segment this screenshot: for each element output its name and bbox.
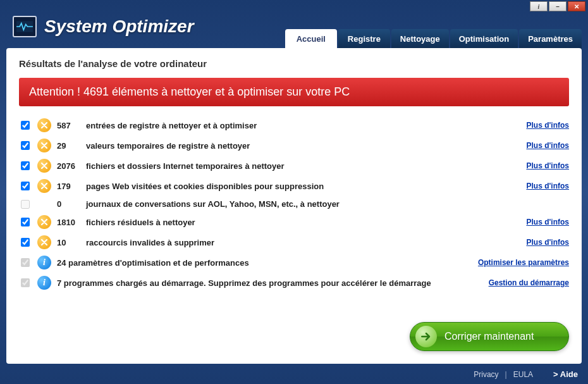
result-row: i7 programmes chargés au démarrage. Supp… <box>19 273 569 293</box>
app-title: System Optimizer <box>44 16 194 37</box>
help-link[interactable]: > Aide <box>553 369 578 379</box>
row-label: fichiers et dossiers Internet temporaire… <box>86 161 526 171</box>
row-checkbox <box>21 278 30 287</box>
scan-results-heading: Résultats de l'analyse de votre ordinate… <box>19 58 569 69</box>
row-checkbox <box>21 200 30 209</box>
row-label: 24 paramètres d'optimisation et de perfo… <box>57 258 478 268</box>
row-more-link[interactable]: Optimiser les paramètres <box>478 258 569 267</box>
warning-icon <box>37 235 51 249</box>
close-button[interactable]: ✕ <box>568 1 585 11</box>
footer: Privacy | EULA > Aide <box>474 369 578 379</box>
row-more-link[interactable]: Plus d'infos <box>526 141 569 150</box>
result-row: 2076fichiers et dossiers Internet tempor… <box>19 156 569 176</box>
row-checkbox[interactable] <box>21 121 30 130</box>
row-label: entrées de registre à nettoyer et à opti… <box>86 121 526 130</box>
result-row: 179pages Web visitées et cookies disponi… <box>19 176 569 196</box>
privacy-link[interactable]: Privacy <box>474 370 498 379</box>
tab-accueil[interactable]: Accueil <box>285 29 337 49</box>
row-more-link[interactable]: Plus d'infos <box>526 161 569 170</box>
fix-now-button[interactable]: Corriger maintenant <box>410 322 569 351</box>
window-controls: i – ✕ <box>530 1 585 11</box>
row-label: raccourcis invalides à supprimer <box>86 238 526 247</box>
info-icon: i <box>37 276 51 290</box>
row-label: pages Web visitées et cookies disponible… <box>86 182 526 191</box>
tab-optimisation[interactable]: Optimisation <box>450 29 518 49</box>
row-count: 179 <box>57 182 86 191</box>
row-label: 7 programmes chargés au démarrage. Suppr… <box>57 278 489 288</box>
result-row: 29valeurs temporaires de registre à nett… <box>19 135 569 156</box>
app-logo-icon <box>13 16 37 37</box>
row-more-link[interactable]: Gestion du démarrage <box>489 278 569 287</box>
row-checkbox[interactable] <box>21 182 30 190</box>
row-count: 587 <box>57 121 86 130</box>
arrow-right-icon <box>415 326 437 347</box>
row-more-link[interactable]: Plus d'infos <box>526 218 569 226</box>
tab-nettoyage[interactable]: Nettoyage <box>391 29 449 49</box>
warning-icon <box>37 159 51 173</box>
close-icon: ✕ <box>574 3 579 10</box>
tab-registre[interactable]: Registre <box>338 29 390 49</box>
alert-banner: Attention ! 4691 éléments à nettoyer et … <box>19 78 569 106</box>
row-checkbox <box>21 258 30 267</box>
warning-icon <box>37 215 51 229</box>
row-label: valeurs temporaires de registre à nettoy… <box>86 141 526 151</box>
result-row: 587entrées de registre à nettoyer et à o… <box>19 115 569 135</box>
footer-separator: | <box>505 370 507 379</box>
info-icon: i <box>37 256 51 269</box>
row-count: 1810 <box>57 218 86 227</box>
row-count: 10 <box>57 238 86 247</box>
row-more-link[interactable]: Plus d'infos <box>526 238 569 247</box>
main-panel: Résultats de l'analyse de votre ordinate… <box>6 48 582 364</box>
row-count: 0 <box>57 199 86 209</box>
tab-paramètres[interactable]: Paramètres <box>519 29 582 49</box>
fix-now-label: Corriger maintenant <box>444 331 534 342</box>
row-checkbox[interactable] <box>21 218 30 226</box>
row-count: 29 <box>57 141 86 151</box>
row-count: 2076 <box>57 161 86 171</box>
result-row: 1810fichiers résiduels à nettoyerPlus d'… <box>19 212 569 232</box>
info-button[interactable]: i <box>530 1 548 11</box>
warning-icon <box>37 118 51 132</box>
minimize-icon: – <box>556 3 560 10</box>
row-checkbox[interactable] <box>21 238 30 247</box>
result-row: 10raccourcis invalides à supprimerPlus d… <box>19 232 569 252</box>
row-more-link[interactable]: Plus d'infos <box>526 121 569 130</box>
results-list: 587entrées de registre à nettoyer et à o… <box>19 115 569 293</box>
info-icon: i <box>538 3 540 10</box>
row-label: journaux de conversations sur AOL, Yahoo… <box>86 199 569 209</box>
eula-link[interactable]: EULA <box>513 370 533 379</box>
row-more-link[interactable]: Plus d'infos <box>526 182 569 190</box>
row-label: fichiers résiduels à nettoyer <box>86 218 526 227</box>
warning-icon <box>37 179 51 193</box>
warning-icon <box>37 139 51 152</box>
result-row: 0journaux de conversations sur AOL, Yaho… <box>19 196 569 212</box>
tabs-bar: AccueilRegistreNettoyageOptimisationPara… <box>285 29 582 49</box>
result-row: i24 paramètres d'optimisation et de perf… <box>19 252 569 273</box>
minimize-button[interactable]: – <box>549 1 567 11</box>
row-checkbox[interactable] <box>21 141 30 150</box>
row-checkbox[interactable] <box>21 161 30 170</box>
